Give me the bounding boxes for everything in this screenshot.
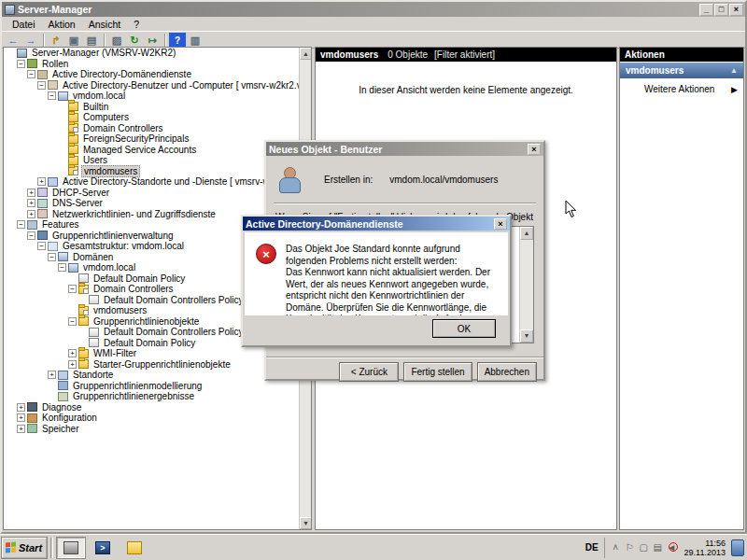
back-button[interactable]: < Zurück [340, 363, 398, 381]
export-list-icon[interactable]: ↦ [144, 33, 161, 47]
expand-expander-icon[interactable]: + [27, 199, 35, 207]
expand-expander-icon[interactable]: + [17, 425, 25, 433]
system-tray: DE ˄⚐▢▤◄ 11:56 29.11.2013 [580, 535, 747, 560]
taskbar-clock[interactable]: 11:56 29.11.2013 [679, 539, 731, 557]
minimize-button[interactable]: _ [699, 4, 713, 16]
taskbar: Start > DE ˄⚐▢▤◄ 11:56 29.11.2013 [0, 534, 747, 560]
tree-item[interactable]: +Konfiguration [4, 413, 311, 424]
preview-scrollbar[interactable]: ▲ ▼ [519, 227, 533, 343]
scroll-down-icon[interactable]: ▼ [520, 329, 533, 343]
close-button[interactable]: × [729, 4, 743, 16]
show-actions-pane-icon[interactable]: ▥ [187, 33, 204, 47]
taskbar-server-manager-button[interactable] [57, 538, 85, 558]
folder-icon [68, 145, 78, 154]
taskbar-explorer-button[interactable] [120, 538, 148, 558]
menu-item[interactable]: Ansicht [82, 18, 127, 31]
tree-item[interactable]: −Active Directory-Domänendienste [4, 69, 311, 80]
folder-icon [68, 102, 78, 111]
language-indicator[interactable]: DE [580, 539, 604, 555]
tray-flag-icon[interactable]: ⚐ [623, 542, 637, 553]
scroll-down-icon[interactable]: ▼ [300, 517, 312, 529]
collapse-expander-icon[interactable]: − [17, 220, 25, 229]
tray-network-icon[interactable]: ▤ [651, 542, 665, 553]
actions-group-header[interactable]: vmdomusers ▲ [620, 63, 743, 78]
error-dialog-titlebar[interactable]: Active Directory-Domänendienste × [243, 217, 510, 231]
collapse-expander-icon[interactable]: − [37, 242, 46, 250]
collapse-expander-icon[interactable]: − [48, 253, 56, 261]
gpo-icon [89, 338, 99, 347]
collapse-icon[interactable]: ▲ [730, 66, 738, 75]
finish-button[interactable]: Fertig stellen [404, 363, 471, 381]
tree-item[interactable]: Gruppenrichtlinienmodellierung [4, 381, 311, 392]
tree-item[interactable]: +Diagnose [4, 402, 311, 413]
forward-icon[interactable]: → [22, 33, 39, 47]
cancel-button[interactable]: Abbrechen [478, 363, 536, 381]
menu-item[interactable]: Datei [6, 18, 42, 31]
help-icon[interactable]: ? [169, 33, 186, 47]
show-console-tree-icon[interactable]: ▣ [65, 33, 82, 47]
tree-item-label: Diagnose [40, 402, 83, 413]
mouse-cursor [565, 200, 577, 218]
back-icon[interactable]: ← [5, 33, 21, 47]
collapse-expander-icon[interactable]: − [27, 231, 35, 240]
scroll-up-icon[interactable]: ▲ [520, 227, 533, 240]
toolbar-separator [104, 34, 106, 47]
tree-item[interactable]: −vmdom.local [4, 91, 311, 102]
collapse-expander-icon[interactable]: − [58, 263, 66, 272]
tree-item-label: Speicher [40, 424, 80, 434]
up-one-level-icon[interactable]: ↱ [48, 33, 64, 47]
tray-volume-muted-icon[interactable]: ◄ [665, 542, 679, 553]
start-button[interactable]: Start [2, 538, 47, 558]
tree-item[interactable]: −Active Directory-Benutzer und -Computer… [4, 80, 311, 91]
expand-expander-icon[interactable]: + [48, 371, 56, 379]
adviewer-icon [48, 80, 58, 90]
menu-item[interactable]: ? [127, 18, 146, 31]
tree-item[interactable]: Builtin [4, 102, 311, 113]
ok-button[interactable]: OK [433, 320, 495, 337]
expand-expander-icon[interactable]: + [68, 349, 77, 357]
tray-expand-icon[interactable]: ˄ [609, 542, 623, 553]
refresh-icon[interactable]: ↻ [126, 33, 143, 47]
scroll-up-icon[interactable]: ▲ [300, 48, 312, 60]
sites2-icon [58, 371, 68, 380]
tree-item[interactable]: Computers [4, 112, 311, 123]
collapse-expander-icon[interactable]: − [48, 91, 56, 100]
new-object-dialog-titlebar[interactable]: Neues Objekt - Benutzer × [266, 142, 543, 156]
expand-expander-icon[interactable]: + [27, 189, 35, 197]
more-actions-item[interactable]: Weitere Aktionen ▶ [620, 78, 743, 94]
tree-item[interactable]: Gruppenrichtlinienergebnisse [4, 391, 311, 402]
powershell-icon: > [95, 541, 110, 554]
tree-item[interactable]: +Speicher [4, 424, 311, 435]
new-window-icon[interactable]: ▨ [108, 33, 125, 47]
maximize-button[interactable]: □ [714, 4, 728, 16]
tree-item[interactable]: Server-Manager (VMSRV-W2KR2) [4, 48, 311, 59]
close-icon[interactable]: × [528, 144, 541, 155]
error-dialog-footer: OK [245, 315, 508, 343]
collapse-expander-icon[interactable]: − [27, 70, 35, 78]
show-desktop-icon[interactable] [731, 539, 744, 556]
title-bar[interactable]: Server-Manager _ □ × [2, 2, 745, 17]
tree-item-label: WMI-Filter [92, 348, 138, 358]
collapse-expander-icon[interactable]: − [68, 317, 77, 326]
expand-expander-icon[interactable]: + [68, 360, 77, 369]
close-icon[interactable]: × [494, 218, 507, 230]
tree-item[interactable]: −Rollen [4, 59, 311, 70]
taskbar-powershell-button[interactable]: > [89, 538, 117, 558]
error-icon: × [256, 244, 276, 264]
expand-expander-icon[interactable]: + [27, 210, 35, 218]
sites-icon [48, 177, 58, 187]
tray-icons: ˄⚐▢▤◄ [604, 538, 679, 558]
tree-item[interactable]: Domain Controllers [4, 123, 311, 134]
expand-expander-icon[interactable]: + [17, 403, 25, 412]
ou-icon [78, 306, 89, 315]
results-filter-badge: [Filter aktiviert] [434, 49, 495, 60]
collapse-expander-icon[interactable]: − [17, 60, 25, 68]
menu-item[interactable]: Aktion [42, 18, 82, 31]
tray-window-icon[interactable]: ▢ [637, 542, 651, 553]
collapse-expander-icon[interactable]: − [68, 285, 77, 293]
expand-expander-icon[interactable]: + [17, 413, 25, 422]
collapse-expander-icon[interactable]: − [37, 81, 46, 90]
tree-item-label: Gruppenrichtlinienobjekte [92, 316, 201, 327]
expand-expander-icon[interactable]: + [37, 177, 46, 186]
properties-icon[interactable]: ▤ [83, 33, 100, 47]
